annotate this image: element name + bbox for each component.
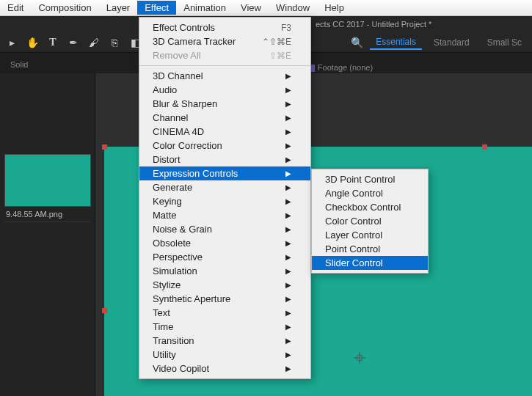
clone-tool-icon[interactable]: ⎘ (107, 35, 122, 50)
submenu-item[interactable]: Color Control (312, 214, 428, 228)
menubar-item-window[interactable]: Window (269, 1, 317, 15)
anchor-point-icon[interactable] (354, 352, 365, 364)
menu-item[interactable]: Text▶ (139, 306, 310, 320)
submenu-item[interactable]: Angle Control (312, 186, 428, 200)
transform-handle[interactable] (102, 308, 107, 313)
menu-item[interactable]: Color Correction▶ (139, 139, 310, 153)
submenu-item[interactable]: Point Control (312, 242, 428, 256)
menu-item[interactable]: Effect ControlsF3 (139, 21, 310, 34)
menubar-item-help[interactable]: Help (317, 1, 351, 15)
submenu-item[interactable]: Layer Control (312, 228, 428, 242)
layout-essentials[interactable]: Essentials (370, 35, 422, 50)
menu-item[interactable]: Expression Controls▶ (139, 166, 310, 180)
menu-item[interactable]: Keying▶ (139, 194, 310, 208)
menu-item[interactable]: Audio▶ (139, 83, 310, 97)
menu-item[interactable]: Generate▶ (139, 180, 310, 194)
menu-item[interactable]: Synthetic Aperture▶ (139, 292, 310, 306)
transform-handle[interactable] (482, 144, 487, 150)
project-item[interactable]: 9.48.55 AM.png (4, 154, 90, 222)
hand-tool-icon[interactable]: ✋ (25, 35, 40, 50)
menu-item[interactable]: CINEMA 4D▶ (139, 125, 310, 139)
menubar-item-edit[interactable]: Edit (0, 1, 31, 15)
menu-item[interactable]: Noise & Grain▶ (139, 222, 310, 236)
menu-item[interactable]: Simulation▶ (139, 264, 310, 278)
menu-item[interactable]: Video Copilot▶ (139, 362, 310, 375)
menu-item[interactable]: Time▶ (139, 320, 310, 334)
submenu-item[interactable]: 3D Point Control (312, 172, 428, 186)
menu-item[interactable]: Matte▶ (139, 208, 310, 222)
expression-controls-submenu: 3D Point ControlAngle ControlCheckbox Co… (311, 169, 429, 274)
menu-item[interactable]: Obsolete▶ (139, 236, 310, 250)
pen-tool-icon[interactable]: ✒ (66, 35, 81, 50)
menu-item[interactable]: Perspective▶ (139, 250, 310, 264)
layout-standard[interactable]: Standard (428, 36, 475, 49)
menu-item[interactable]: Distort▶ (139, 153, 310, 166)
menubar-item-effect[interactable]: Effect (137, 1, 176, 15)
menu-item[interactable]: Utility▶ (139, 348, 310, 362)
transform-handle[interactable] (102, 144, 107, 150)
menubar-item-layer[interactable]: Layer (99, 1, 138, 15)
submenu-item[interactable]: Slider Control (312, 256, 428, 270)
menu-item[interactable]: 3D Camera Tracker⌃⇧⌘E (139, 34, 310, 48)
menubar: EditCompositionLayerEffectAnimationViewW… (0, 0, 532, 16)
project-panel: 9.48.55 AM.png (0, 73, 95, 396)
menubar-item-composition[interactable]: Composition (31, 1, 98, 15)
menu-item[interactable]: Stylize▶ (139, 278, 310, 292)
brush-tool-icon[interactable]: 🖌 (87, 35, 101, 50)
selection-tool-icon[interactable]: ▸ (4, 35, 19, 50)
submenu-item[interactable]: Checkbox Control (312, 200, 428, 214)
menu-item: Remove All⇧⌘E (139, 48, 310, 62)
layout-small[interactable]: Small Sc (481, 36, 528, 49)
menu-item[interactable]: Transition▶ (139, 334, 310, 348)
menubar-item-animation[interactable]: Animation (176, 1, 233, 15)
menu-item[interactable]: Blur & Sharpen▶ (139, 97, 310, 111)
project-item-label: 9.48.55 AM.png (4, 207, 90, 222)
project-tab[interactable]: Solid (3, 57, 35, 72)
text-tool-icon[interactable]: T (45, 35, 60, 50)
footage-indicator: Footage (none) (307, 63, 373, 72)
project-thumbnail (4, 154, 91, 207)
effect-menu: Effect ControlsF33D Camera Tracker⌃⇧⌘ERe… (139, 17, 311, 379)
menu-item[interactable]: 3D Channel▶ (139, 69, 310, 83)
search-icon[interactable]: 🔍 (349, 35, 364, 50)
menubar-item-view[interactable]: View (233, 1, 269, 15)
menu-item[interactable]: Channel▶ (139, 111, 310, 125)
